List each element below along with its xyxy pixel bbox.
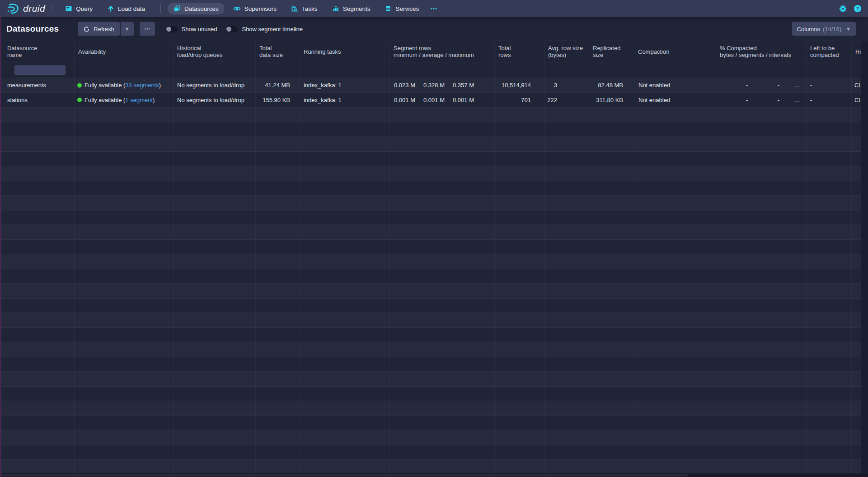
empty-row <box>0 460 868 473</box>
filter-row <box>0 62 868 78</box>
query-icon <box>65 5 72 12</box>
nav-item-query[interactable]: Query <box>59 3 99 14</box>
pct-compacted-cell: --... <box>716 93 807 108</box>
historical-queues-cell: No segments to load/drop <box>174 93 256 108</box>
segments-link[interactable]: 1 segment <box>125 97 153 103</box>
show-segment-timeline-toggle[interactable]: Show segment timeline <box>225 26 302 33</box>
left-to-be-compacted-cell: - <box>807 93 852 108</box>
column-header-segment-rows[interactable]: Segment rowsminimum / average / maximum <box>390 41 495 62</box>
empty-row <box>0 416 868 431</box>
empty-row <box>0 357 868 372</box>
toolbar: Datasources Refresh ▼ Show unused Show s… <box>0 17 868 41</box>
nav-more-button[interactable] <box>427 3 440 14</box>
empty-row <box>0 166 868 181</box>
replicated-size-cell: 82.48 MB <box>589 78 634 93</box>
availability-cell: Fully available (1 segment) <box>75 93 174 108</box>
empty-row <box>0 328 868 343</box>
running-tasks-cell: index_kafka: 1 <box>300 93 390 108</box>
segments-link[interactable]: 33 segments <box>125 82 159 89</box>
nav-divider <box>160 4 161 13</box>
more-actions-button[interactable] <box>140 22 155 36</box>
datasources-icon <box>174 5 181 12</box>
empty-row <box>0 108 868 122</box>
total-rows-cell: 10,514,914 <box>495 78 544 93</box>
replicated-size-cell: 311.80 KB <box>589 93 634 108</box>
total-rows-cell: 701 <box>495 93 544 108</box>
empty-row <box>0 181 868 196</box>
table-body: measurements Fully available (33 segment… <box>0 78 868 473</box>
nav-item-services[interactable]: Services <box>379 3 425 14</box>
help-icon: ? <box>854 5 862 13</box>
horizontal-scrollbar-thumb[interactable] <box>1 474 688 477</box>
brand[interactable]: druid <box>6 3 45 14</box>
horizontal-scrollbar-track[interactable] <box>0 473 868 477</box>
empty-row <box>0 137 868 152</box>
druid-logo-icon <box>6 3 20 14</box>
refresh-interval-dropdown[interactable]: ▼ <box>121 22 134 36</box>
empty-row <box>0 225 868 240</box>
vertical-scrollbar-track[interactable] <box>861 41 868 473</box>
column-header-compaction[interactable]: Compaction <box>634 41 716 62</box>
empty-row <box>0 210 868 225</box>
available-dot <box>77 98 82 102</box>
empty-row <box>0 122 868 137</box>
empty-row <box>0 269 868 284</box>
empty-row <box>0 445 868 460</box>
caret-down-icon: ▼ <box>846 27 851 32</box>
column-header-availability[interactable]: Availability <box>75 41 174 62</box>
column-header-running-tasks[interactable]: Running tasks <box>300 41 390 62</box>
empty-row <box>0 240 868 255</box>
empty-row <box>0 372 868 387</box>
column-header-avg-row-size[interactable]: Avg. row size(bytes) <box>544 41 589 62</box>
nav-item-tasks[interactable]: Tasks <box>285 3 324 14</box>
compaction-cell[interactable]: Not enabled <box>634 93 716 108</box>
settings-button[interactable] <box>839 5 847 13</box>
historical-queues-cell: No segments to load/drop <box>174 78 256 93</box>
table-row-measurements: measurements Fully available (33 segment… <box>0 78 868 93</box>
services-icon <box>385 5 392 12</box>
table-row-stations: stations Fully available (1 segment) No … <box>0 93 868 108</box>
datasource-name-filter-input[interactable] <box>14 65 66 75</box>
column-header-replicated-size[interactable]: Replicatedsize <box>589 41 634 62</box>
empty-row <box>0 299 868 313</box>
column-header-historical-queues[interactable]: Historicalload/drop queues <box>174 41 256 62</box>
segment-rows-cell: 0.023 M0.328 M0.357 M <box>390 78 495 93</box>
refresh-icon <box>83 26 90 33</box>
empty-row <box>0 313 868 328</box>
datasource-name-cell[interactable]: stations <box>0 93 75 108</box>
nav-divider <box>52 4 52 13</box>
running-tasks-cell: index_kafka: 1 <box>300 78 390 93</box>
empty-row <box>0 254 868 269</box>
table-header: Datasourcename Availability Historicallo… <box>0 41 868 62</box>
nav-item-load-data[interactable]: Load data <box>101 3 151 14</box>
empty-row <box>0 401 868 416</box>
column-header-left-to-be-compacted[interactable]: Left to becompacted <box>807 41 852 62</box>
nav-item-supervisors[interactable]: Supervisors <box>227 3 282 14</box>
nav-item-segments[interactable]: Segments <box>326 3 376 14</box>
avg-row-size-cell: 3 <box>544 78 589 93</box>
column-header-pct-compacted[interactable]: % Compactedbytes / segments / intervals <box>716 41 807 62</box>
empty-row <box>0 430 868 445</box>
nav-item-datasources[interactable]: Datasources <box>168 3 225 14</box>
more-icon <box>144 26 150 32</box>
compaction-cell[interactable]: Not enabled <box>634 78 716 93</box>
available-dot <box>77 83 82 88</box>
empty-row <box>0 284 868 299</box>
segments-icon <box>332 5 339 12</box>
toggle-knob <box>166 27 171 32</box>
more-icon <box>430 5 437 12</box>
help-button[interactable]: ? <box>854 5 862 13</box>
column-header-total-rows[interactable]: Totalrows <box>495 41 544 62</box>
refresh-button[interactable]: Refresh <box>78 22 120 36</box>
column-header-datasource-name[interactable]: Datasourcename <box>0 41 75 62</box>
toggle-knob <box>226 27 231 32</box>
settings-icon <box>839 5 847 13</box>
show-unused-toggle[interactable]: Show unused <box>165 26 217 33</box>
top-nav: druid Query Load data Dat <box>0 0 868 17</box>
empty-row <box>0 342 868 357</box>
column-header-total-data-size[interactable]: Totaldata size <box>256 41 300 62</box>
supervisors-icon <box>233 5 241 12</box>
window-edge <box>0 17 1 477</box>
datasource-name-cell[interactable]: measurements <box>0 78 75 93</box>
columns-dropdown[interactable]: Columns (14/16) ▼ <box>792 22 856 36</box>
